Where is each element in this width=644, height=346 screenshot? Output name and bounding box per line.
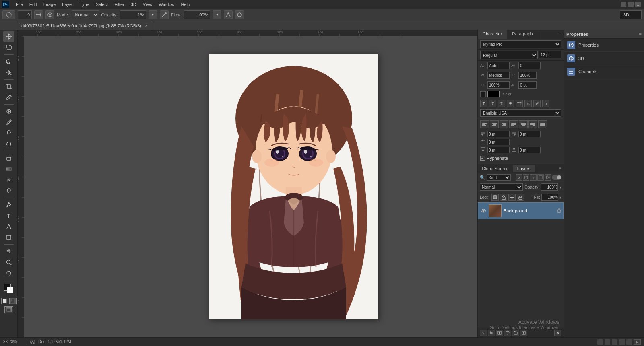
- subscript-btn[interactable]: T₂: [542, 100, 549, 107]
- layer-blend-mode-select[interactable]: Normal Multiply Screen: [480, 183, 523, 191]
- space-after-input[interactable]: [518, 147, 541, 153]
- menu-3d[interactable]: 3D: [128, 1, 139, 8]
- 3d-section[interactable]: 3D: [564, 52, 644, 65]
- status-icon-5[interactable]: [626, 339, 632, 345]
- zoom-tool[interactable]: [3, 257, 14, 268]
- underline-btn[interactable]: T: [498, 100, 505, 107]
- strikethrough-btn[interactable]: T: [507, 100, 514, 107]
- selection-tool[interactable]: [3, 42, 14, 53]
- justify-center-btn[interactable]: [519, 120, 528, 128]
- mode-dropdown[interactable]: Normal Multiply Screen: [72, 10, 99, 19]
- filter-type-btn[interactable]: T: [530, 174, 537, 181]
- small-caps-btn[interactable]: Tt: [524, 100, 532, 107]
- layers-filter-toggle[interactable]: [552, 175, 561, 180]
- fill-arrow-icon[interactable]: ▾: [559, 195, 561, 200]
- channels-section[interactable]: Channels: [564, 65, 644, 78]
- opacity-arrow-icon[interactable]: ▾: [559, 185, 561, 189]
- filter-shape-btn[interactable]: [537, 174, 544, 181]
- brush-size-input[interactable]: [18, 10, 32, 19]
- link-layers-btn[interactable]: [480, 330, 487, 336]
- lock-image-btn[interactable]: [500, 194, 507, 201]
- horiz-scale-input[interactable]: [487, 81, 510, 89]
- hyphenate-checkbox[interactable]: ✓: [480, 156, 485, 161]
- workspace-btn[interactable]: 3D: [620, 10, 642, 19]
- justify-left-btn[interactable]: [509, 120, 518, 128]
- background-color[interactable]: [7, 287, 13, 293]
- justify-all-btn[interactable]: [538, 120, 547, 128]
- justify-right-btn[interactable]: [528, 120, 537, 128]
- opacity-dropdown-btn[interactable]: ▾: [149, 10, 157, 19]
- status-icon-1[interactable]: [597, 339, 603, 345]
- quick-mask-btn[interactable]: ⬛: [9, 298, 17, 304]
- font-style-select[interactable]: Regular: [480, 51, 538, 59]
- layer-thumbnail[interactable]: [489, 204, 502, 217]
- tracking-input[interactable]: [518, 62, 541, 69]
- menu-filter[interactable]: Filter: [111, 1, 127, 8]
- char-color-swatch[interactable]: [487, 91, 500, 97]
- new-group-btn[interactable]: [512, 330, 519, 336]
- filter-adj-btn[interactable]: [523, 174, 529, 181]
- layer-row-background[interactable]: Background: [478, 202, 564, 219]
- status-icon-4[interactable]: [619, 339, 625, 345]
- layer-visibility-eye[interactable]: [480, 208, 487, 214]
- rotate-tool[interactable]: [3, 268, 14, 278]
- baseline-shift-input[interactable]: [518, 81, 537, 89]
- all-caps-btn[interactable]: TT: [516, 100, 523, 107]
- type-tool[interactable]: T: [3, 210, 14, 221]
- first-line-indent-input[interactable]: [487, 139, 510, 145]
- filter-fx-btn[interactable]: fx: [516, 174, 522, 181]
- new-layer-btn[interactable]: [520, 330, 527, 336]
- menu-layer[interactable]: Layer: [59, 1, 76, 8]
- blur-tool[interactable]: [3, 175, 14, 185]
- layers-panel-options-btn[interactable]: ≡: [557, 165, 564, 171]
- close-btn[interactable]: ×: [635, 2, 641, 7]
- dodge-tool[interactable]: [3, 185, 14, 196]
- menu-help[interactable]: Help: [178, 1, 193, 8]
- tab-clone-source[interactable]: Clone Source: [478, 165, 513, 172]
- status-icon-3[interactable]: [612, 339, 617, 345]
- tab-character[interactable]: Character: [478, 30, 507, 39]
- hand-tool[interactable]: [3, 246, 14, 257]
- opacity-input[interactable]: [120, 10, 146, 19]
- crop-tool[interactable]: [3, 81, 14, 92]
- filter-smartobj-btn[interactable]: [545, 174, 551, 181]
- status-navigate-btn[interactable]: ▶: [634, 339, 641, 345]
- new-fill-adj-layer-btn[interactable]: [504, 330, 511, 336]
- minimize-btn[interactable]: —: [621, 2, 626, 7]
- status-info-btn[interactable]: [30, 340, 35, 344]
- shape-tool[interactable]: [3, 232, 14, 243]
- lock-position-btn[interactable]: [508, 194, 516, 201]
- lock-pixels-btn[interactable]: [491, 194, 499, 201]
- move-tool[interactable]: [3, 31, 14, 42]
- font-size-input[interactable]: [539, 51, 561, 58]
- italic-btn[interactable]: T: [489, 100, 496, 107]
- maximize-btn[interactable]: □: [628, 2, 634, 7]
- clone-stamp-tool[interactable]: [3, 128, 14, 138]
- lock-all-btn[interactable]: [517, 194, 524, 201]
- brush-tool[interactable]: [3, 117, 14, 128]
- gradient-tool[interactable]: [3, 164, 14, 174]
- flow-dropdown-btn[interactable]: ▾: [213, 10, 221, 19]
- magic-wand-tool[interactable]: [3, 67, 14, 78]
- superscript-btn[interactable]: T²: [533, 100, 541, 107]
- menu-type[interactable]: Type: [77, 1, 92, 8]
- status-icon-2[interactable]: [605, 339, 610, 345]
- props-panel-opts[interactable]: ≡: [639, 32, 642, 37]
- indent-left-input[interactable]: [487, 131, 510, 137]
- pressure-size-btn[interactable]: [224, 10, 233, 19]
- menu-edit[interactable]: Edit: [27, 1, 40, 8]
- pressure-opacity-btn[interactable]: [235, 10, 244, 19]
- tab-layers[interactable]: Layers: [513, 165, 535, 172]
- delete-layer-btn[interactable]: [554, 330, 561, 336]
- eyedropper-tool[interactable]: [3, 92, 14, 103]
- flow-input[interactable]: [184, 10, 210, 19]
- filter-kind-select[interactable]: Kind Name Effect: [487, 174, 511, 181]
- vertical-scale-input[interactable]: [518, 72, 537, 79]
- language-select[interactable]: English: USA: [480, 109, 561, 117]
- kerning-input[interactable]: [487, 72, 510, 79]
- eraser-tool[interactable]: [3, 153, 14, 163]
- tab-paragraph[interactable]: Paragraph: [507, 30, 538, 39]
- layer-opacity-input[interactable]: [541, 183, 558, 191]
- menu-view[interactable]: View: [140, 1, 155, 8]
- brush-size-slider-btn[interactable]: [34, 10, 43, 19]
